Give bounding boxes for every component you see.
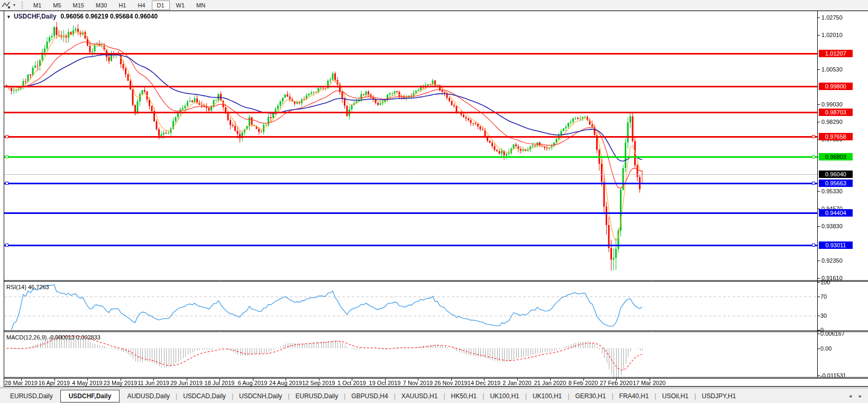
tab-usdchf-daily-1[interactable]: USDCHF,Daily <box>60 390 120 402</box>
timeframe-button-m30[interactable]: M30 <box>90 1 112 10</box>
tab-usdcnh-daily-4[interactable]: USDCNH,Daily <box>233 390 288 402</box>
hline-price-label[interactable]: 0.96803 <box>819 153 853 160</box>
hline-price-label[interactable]: 0.94404 <box>819 209 853 217</box>
tab-scroll-left-icon[interactable]: ◂ <box>849 393 852 399</box>
tab-hk50-h1-8[interactable]: HK50,H1 <box>445 390 483 402</box>
tab-uk100-h1-9[interactable]: UK100,H1 <box>484 390 525 402</box>
chart-tab-bar: EURUSD,DailyUSDCHF,DailyAUDUSD,Daily|USD… <box>0 388 868 403</box>
timeframe-button-h1[interactable]: H1 <box>113 1 131 10</box>
tab-usdjpy-h1-14[interactable]: USDJPY,H1 <box>696 390 742 402</box>
hline-price-label[interactable]: 0.99800 <box>819 83 853 90</box>
tab-ger30-h1-11[interactable]: GER30,H1 <box>569 390 611 402</box>
hline-price-label[interactable]: 0.95663 <box>819 180 853 187</box>
timeframe-toolbar: ▾ M1M5M15M30H1H4D1W1MN <box>0 0 868 11</box>
timeframe-button-m1[interactable]: M1 <box>28 1 47 10</box>
tab-usdcad-daily-3[interactable]: USDCAD,Daily <box>177 390 232 402</box>
hline-price-label[interactable]: 0.93011 <box>819 241 853 249</box>
tab-usoil-h1-13[interactable]: USOil,H1 <box>656 390 695 402</box>
timeframe-button-h4[interactable]: H4 <box>132 1 150 10</box>
toolbar-gripper[interactable] <box>21 2 23 9</box>
chart-canvas[interactable] <box>0 0 868 403</box>
tab-scroll-arrows: ◂ ▸ <box>849 393 862 399</box>
trading-platform-window: ▾ M1M5M15M30H1H4D1W1MN ▼USDCHF,Daily0.96… <box>0 0 868 403</box>
timeframe-button-mn[interactable]: MN <box>191 1 211 10</box>
timeframe-button-w1[interactable]: W1 <box>171 1 190 10</box>
tab-uk100-h1-10[interactable]: UK100,H1 <box>527 390 568 402</box>
timeframe-buttons: M1M5M15M30H1H4D1W1MN <box>28 1 211 10</box>
chart-tool-icon[interactable] <box>2 1 12 9</box>
chevron-down-icon[interactable]: ▾ <box>13 3 15 7</box>
tab-eurusd-daily-0[interactable]: EURUSD,Daily <box>4 390 59 402</box>
tab-fra40-h1-12[interactable]: FRA40,H1 <box>614 390 655 402</box>
hline-price-label[interactable]: 0.98703 <box>819 109 853 116</box>
tab-audusd-daily-2[interactable]: AUDUSD,Daily <box>121 390 176 402</box>
hline-price-label[interactable]: 1.01207 <box>819 50 853 57</box>
hline-price-label[interactable]: 0.97658 <box>819 133 853 140</box>
timeframe-button-m5[interactable]: M5 <box>48 1 66 10</box>
tab-gbpusd-h4-6[interactable]: GBPUSD,H4 <box>345 390 394 402</box>
timeframe-button-m15[interactable]: M15 <box>68 1 89 10</box>
chart-tabs: EURUSD,DailyUSDCHF,DailyAUDUSD,Daily|USD… <box>4 390 742 402</box>
timeframe-button-d1[interactable]: D1 <box>152 1 170 10</box>
tab-scroll-right-icon[interactable]: ▸ <box>859 393 862 399</box>
current-price-label: 0.96040 <box>819 171 853 178</box>
tab-eurusd-daily-5[interactable]: EURUSD,Daily <box>289 390 344 402</box>
tab-xauusd-h1-7[interactable]: XAUUSD,H1 <box>396 390 444 402</box>
